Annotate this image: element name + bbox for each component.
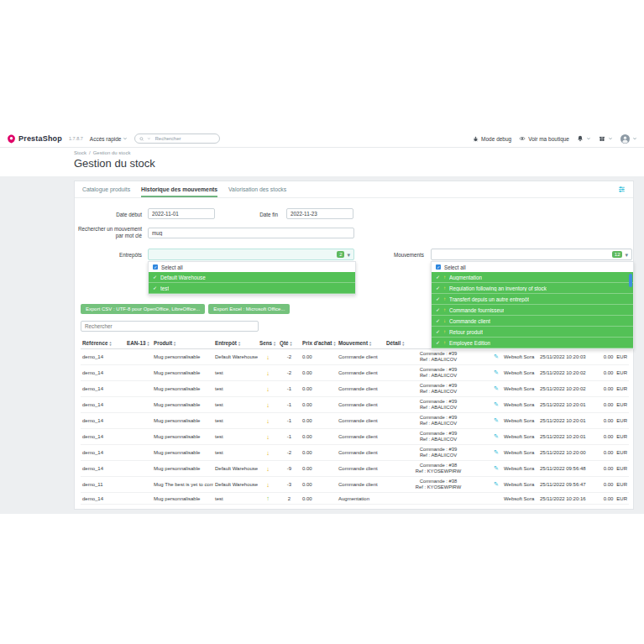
tab[interactable]: Historique des mouvements (141, 181, 217, 197)
sort-icon[interactable]: ▴▾ (333, 341, 335, 346)
edit-icon[interactable]: ✎ (494, 369, 499, 375)
sort-icon[interactable]: ▴▾ (238, 341, 240, 346)
settings-icon[interactable] (618, 181, 626, 197)
cell-warehouse: test (213, 397, 258, 413)
edit-icon[interactable]: ✎ (494, 465, 499, 471)
keyword-input[interactable] (148, 228, 354, 238)
cell-product: Mug personnalisable (152, 493, 213, 505)
debug-mode-indicator[interactable]: Mode debug (473, 136, 511, 142)
quick-access-menu[interactable]: Accès rapide (90, 136, 128, 142)
cell-ean (125, 429, 152, 445)
warehouses-multiselect[interactable]: 2 ▾ (148, 249, 354, 260)
table-row: demo_14 Mug personnalisable test ↓ -1 0.… (81, 413, 629, 429)
tab[interactable]: Catalogue produits (82, 181, 130, 197)
cell-reference: demo_14 (81, 461, 125, 477)
cell-warehouse: Default Warehouse (213, 477, 258, 493)
cell-movement: Commande client (337, 381, 385, 397)
edit-icon[interactable]: ✎ (494, 433, 499, 439)
sort-icon[interactable]: ▴▾ (291, 341, 292, 346)
movements-multiselect[interactable]: 12 ▾ (431, 249, 632, 260)
column-header[interactable]: Prix d'achat▴▾ (301, 338, 337, 349)
sens-arrow-icon: ↓ (266, 449, 270, 457)
breadcrumb-parent[interactable]: Stock (74, 150, 86, 155)
movements-table-body: demo_14 Mug personnalisable Default Ware… (81, 349, 629, 505)
cell-edit: ✎ (492, 349, 502, 365)
export-excel-button[interactable]: Export Excel : Microsoft Office... (208, 304, 290, 314)
gift-menu[interactable] (599, 135, 613, 142)
cell-sens: ↓ (258, 461, 278, 477)
sort-icon[interactable]: ▴▾ (274, 341, 275, 346)
cell-product: Mug personnalisable (152, 381, 213, 397)
sens-arrow-icon: ↓ (266, 417, 270, 425)
movement-option[interactable]: ✓ ↑ Commande fournisseur (432, 305, 633, 316)
cell-valuation: 0.00EUR (594, 365, 629, 381)
column-header[interactable]: EAN-13▴▾ (125, 338, 152, 349)
sort-icon[interactable]: ▴▾ (109, 341, 111, 346)
chevron-down-icon (632, 136, 637, 141)
export-csv-button[interactable]: Export CSV : UTF-8 pour OpenOffice, Libr… (81, 304, 205, 314)
movements-table: Référence▴▾EAN-13▴▾Produit▴▾Entrepôt▴▾Se… (81, 338, 629, 505)
cell-sens: ↓ (258, 477, 278, 493)
sort-icon[interactable]: ▴▾ (174, 341, 175, 346)
column-header[interactable]: Sens▴▾ (258, 338, 278, 349)
cell-date: 25/11/2022 10:20:00 (538, 445, 594, 461)
sort-icon[interactable]: ▴▾ (402, 341, 404, 346)
column-header[interactable]: Produit▴▾ (152, 338, 213, 349)
cell-price: 0.00 (301, 429, 337, 445)
cell-valuation: 0.00EUR (594, 381, 629, 397)
edit-icon[interactable]: ✎ (494, 417, 499, 423)
prestashop-logo[interactable]: PrestaShop (7, 134, 62, 144)
column-header[interactable]: Qté▴▾ (278, 338, 301, 349)
tab[interactable]: Valorisation des stocks (228, 181, 286, 197)
movement-option[interactable]: ✓ ↑ Employee Edition (432, 338, 633, 348)
select-all-option[interactable]: ✓ Select all (149, 262, 355, 272)
movement-option[interactable]: ✓ ↑ Regulation following an inventory of… (432, 283, 633, 294)
view-shop-link[interactable]: Voir ma boutique (519, 135, 569, 142)
cell-sens: ↓ (258, 397, 278, 413)
edit-icon[interactable]: ✎ (494, 449, 499, 455)
profile-menu[interactable] (620, 134, 637, 144)
table-search-input[interactable] (81, 321, 259, 332)
global-search-input[interactable] (154, 135, 216, 142)
movement-option[interactable]: ✓ ↑ Transfert depuis un autre entrepôt (432, 294, 633, 305)
cell-reference: demo_14 (81, 397, 125, 413)
warehouse-option[interactable]: ✓ test (149, 283, 355, 294)
cell-employee: Websoft Sora (502, 429, 538, 445)
edit-icon[interactable]: ✎ (494, 401, 499, 407)
movement-option[interactable]: ✓ ↑ Retour produit (432, 327, 633, 338)
cell-reference: demo_14 (81, 381, 125, 397)
scrollbar-thumb[interactable] (629, 274, 632, 287)
check-icon: ✓ (436, 318, 440, 323)
cell-price: 0.00 (301, 461, 337, 477)
view-shop-label: Voir ma boutique (528, 136, 569, 142)
table-row: demo_14 Mug personnalisable test ↓ -1 0.… (81, 429, 629, 445)
sens-arrow-icon: ↑ (266, 495, 270, 502)
sort-icon[interactable]: ▴▾ (369, 341, 371, 346)
column-header[interactable]: Mouvement▴▾ (337, 338, 385, 349)
date-end-input[interactable] (286, 208, 353, 219)
global-search[interactable] (134, 134, 220, 144)
notifications-menu[interactable] (577, 135, 591, 142)
edit-icon[interactable]: ✎ (494, 353, 499, 359)
date-start-input[interactable] (148, 208, 215, 219)
sens-arrow-icon: ↓ (266, 481, 270, 489)
edit-icon[interactable]: ✎ (494, 385, 499, 391)
column-header[interactable]: Référence▴▾ (81, 338, 125, 349)
cell-valuation: 0.00EUR (594, 493, 629, 505)
movements-label: Mouvements (357, 252, 424, 259)
movement-option[interactable]: ✓ ↓ Commande client (432, 316, 633, 327)
cell-date: 25/11/2022 10:20:02 (538, 365, 594, 381)
sens-arrow-icon: ↓ (266, 465, 270, 473)
select-all-option[interactable]: ✓ Select all (432, 262, 633, 272)
cell-warehouse: test (213, 381, 258, 397)
edit-icon[interactable]: ✎ (494, 481, 499, 487)
avatar (620, 134, 630, 144)
movement-option[interactable]: ✓ ↑ Augmentation (432, 272, 633, 283)
column-header[interactable]: Entrepôt▴▾ (213, 338, 258, 349)
chevron-down-icon[interactable] (147, 136, 151, 141)
cell-employee: Websoft Sora (502, 493, 538, 505)
cell-qty: -2 (278, 365, 301, 381)
sort-icon[interactable]: ▴▾ (147, 341, 149, 346)
warehouse-option[interactable]: ✓ Default Warehouse (149, 272, 355, 283)
table-row: demo_14 Mug personnalisable Default Ware… (81, 349, 629, 365)
